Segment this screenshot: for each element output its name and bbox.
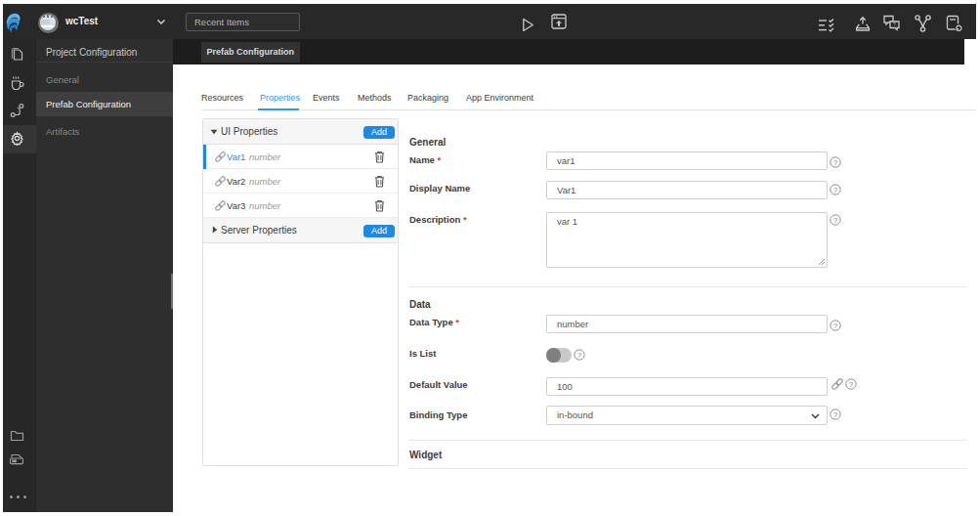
svg-text:?: ? — [833, 216, 837, 225]
svg-text:?: ? — [849, 380, 853, 389]
svg-text:?: ? — [577, 351, 581, 360]
svg-text:?: ? — [833, 322, 837, 330]
svg-text:?: ? — [833, 410, 837, 419]
svg-text:?: ? — [833, 158, 837, 167]
svg-text:?: ? — [833, 186, 837, 194]
svg-text:?: ? — [893, 22, 896, 27]
